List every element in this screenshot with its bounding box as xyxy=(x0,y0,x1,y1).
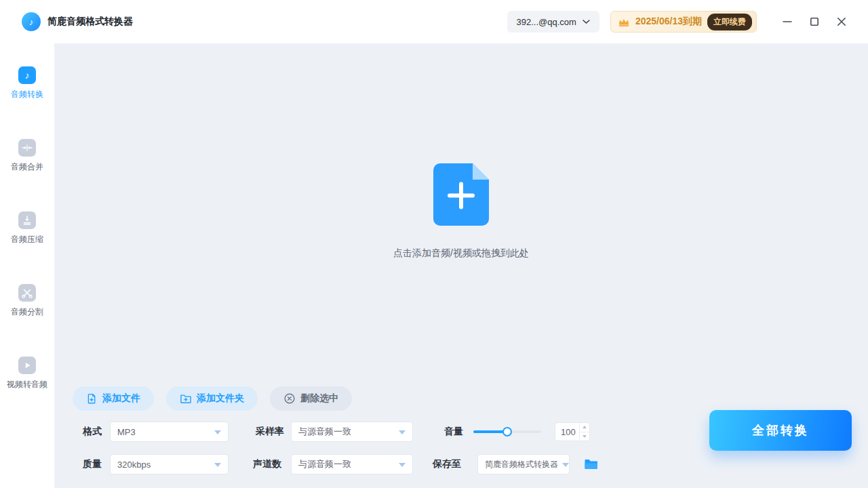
browse-folder-button[interactable] xyxy=(582,455,599,473)
maximize-button[interactable] xyxy=(804,12,825,32)
format-label: 格式 xyxy=(83,426,102,438)
triangle-up-icon xyxy=(583,424,587,428)
quality-value: 320kbps xyxy=(117,460,151,470)
dropdown-caret-icon xyxy=(399,430,406,438)
save-to-select[interactable]: 简鹿音频格式转换器 xyxy=(477,454,570,474)
volume-label: 音量 xyxy=(444,426,463,438)
volume-input-box xyxy=(555,422,590,441)
document-plus-icon xyxy=(86,392,98,405)
dropdown-caret-icon xyxy=(562,463,569,470)
channels-select[interactable]: 与源音频一致 xyxy=(291,454,413,474)
folder-icon xyxy=(584,458,598,470)
spinner-down-button[interactable] xyxy=(580,432,589,441)
maximize-icon xyxy=(810,17,819,26)
convert-all-button[interactable]: 全部转换 xyxy=(709,410,852,451)
app-logo-icon: ♪ xyxy=(22,12,41,31)
music-note-icon: ♪ xyxy=(18,66,36,84)
video-play-icon xyxy=(18,357,36,374)
quality-select[interactable]: 320kbps xyxy=(110,454,229,474)
sidebar-item-audio-merge[interactable]: 音频合并 xyxy=(11,139,43,173)
settings-row-2: 质量 320kbps 声道数 与源音频一致 保存至 简鹿音频格式转换器 xyxy=(83,454,599,474)
format-value: MP3 xyxy=(117,427,136,437)
sidebar-item-audio-split[interactable]: 音频分割 xyxy=(11,284,43,318)
split-scissors-icon xyxy=(18,284,36,302)
add-folder-button[interactable]: 添加文件夹 xyxy=(166,386,258,411)
circle-x-icon xyxy=(283,392,296,405)
channels-label: 声道数 xyxy=(253,458,281,470)
topbar-right: 392...@qq.com 2025/06/13到期 立即续费 xyxy=(507,11,852,33)
quality-label: 质量 xyxy=(83,458,102,470)
format-select[interactable]: MP3 xyxy=(110,422,229,442)
spinner-up-button[interactable] xyxy=(580,423,589,432)
settings-row-1: 格式 MP3 采样率 与源音频一致 音量 xyxy=(83,422,590,442)
renew-button[interactable]: 立即续费 xyxy=(707,14,752,30)
volume-slider[interactable] xyxy=(473,422,541,442)
sidebar-item-video-to-audio[interactable]: 视频转音频 xyxy=(7,357,47,390)
minimize-icon xyxy=(783,17,792,26)
sidebar-item-audio-convert[interactable]: ♪ 音频转换 xyxy=(11,66,43,100)
crown-icon xyxy=(618,17,630,27)
merge-arrows-icon xyxy=(18,139,36,157)
license-pill: 2025/06/13到期 立即续费 xyxy=(610,11,757,33)
save-to-label: 保存至 xyxy=(433,458,461,470)
dropdown-caret-icon xyxy=(214,463,221,470)
sample-rate-select[interactable]: 与源音频一致 xyxy=(291,422,413,442)
dropzone-hint: 点击添加音频/视频或拖拽到此处 xyxy=(393,247,529,260)
volume-input[interactable] xyxy=(555,423,577,441)
chevron-down-icon xyxy=(583,20,590,24)
account-email: 392...@qq.com xyxy=(517,17,576,27)
window-controls xyxy=(777,12,852,32)
file-actions: 添加文件 添加文件夹 删除选中 xyxy=(73,386,352,411)
folder-plus-icon xyxy=(180,393,192,404)
volume-slider-handle[interactable] xyxy=(502,427,512,436)
volume-spinner xyxy=(579,423,589,441)
channels-value: 与源音频一致 xyxy=(298,458,351,470)
brand: ♪ 简鹿音频格式转换器 xyxy=(22,12,133,31)
minimize-button[interactable] xyxy=(777,12,797,32)
file-plus-icon xyxy=(433,163,489,226)
plus-icon xyxy=(448,182,475,209)
add-file-button[interactable]: 添加文件 xyxy=(73,386,154,411)
compress-icon xyxy=(18,211,36,229)
license-expiry: 2025/06/13到期 xyxy=(635,16,702,28)
triangle-down-icon xyxy=(583,435,587,440)
account-dropdown[interactable]: 392...@qq.com xyxy=(507,11,599,33)
topbar: ♪ 简鹿音频格式转换器 392...@qq.com 2025/06/13到期 立… xyxy=(0,0,868,43)
dropdown-caret-icon xyxy=(399,463,406,470)
close-button[interactable] xyxy=(831,12,852,32)
dropzone[interactable]: 点击添加音频/视频或拖拽到此处 xyxy=(54,43,868,380)
sample-rate-value: 与源音频一致 xyxy=(298,426,351,438)
sample-rate-label: 采样率 xyxy=(256,426,284,438)
delete-selected-button[interactable]: 删除选中 xyxy=(270,386,352,411)
app-title: 简鹿音频格式转换器 xyxy=(47,16,133,28)
sidebar-item-audio-compress[interactable]: 音频压缩 xyxy=(11,211,43,245)
save-to-value: 简鹿音频格式转换器 xyxy=(485,459,558,470)
close-icon xyxy=(837,17,846,26)
dropdown-caret-icon xyxy=(214,430,221,438)
sidebar: ♪ 音频转换 音频合并 音频压缩 音频分割 视频转音频 xyxy=(0,43,54,488)
main-area: 点击添加音频/视频或拖拽到此处 添加文件 添加文件夹 删除选中 格式 MP3 采… xyxy=(54,43,868,488)
